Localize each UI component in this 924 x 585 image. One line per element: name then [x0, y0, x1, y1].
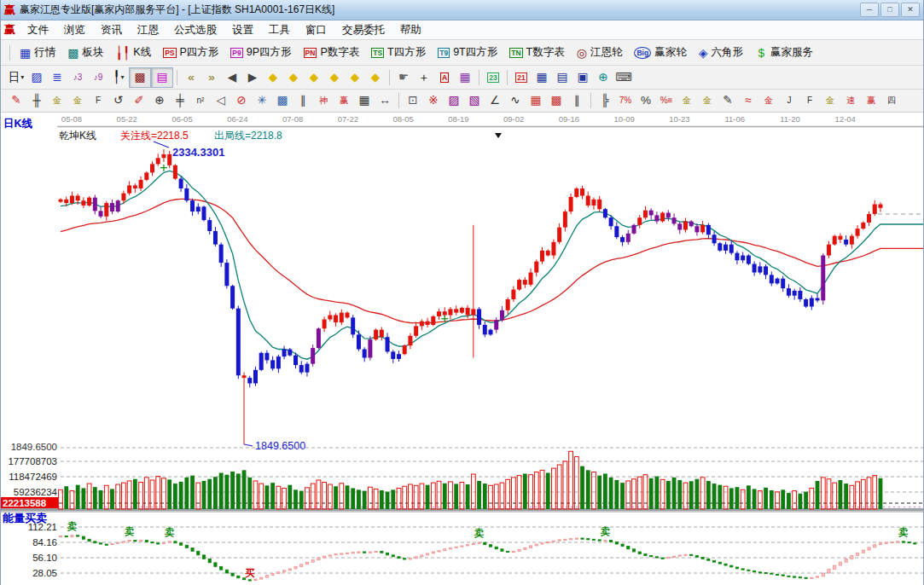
last-page-icon[interactable]: » — [201, 68, 222, 87]
circle-marks-icon[interactable]: ⊕ — [149, 91, 170, 110]
toolbar-button-winner-wheel[interactable]: Big赢家轮 — [628, 43, 692, 63]
chart-canvas[interactable]: 05-0805-2206-0506-2407-0807-2208-0508-19… — [1, 113, 924, 585]
save-icon[interactable]: ▣ — [572, 68, 593, 87]
toolbar-button-sectors[interactable]: ▩板块 — [61, 43, 109, 63]
toolbar-button-quotes[interactable]: ▦行情 — [14, 43, 61, 63]
box-select-icon[interactable]: ⊡ — [403, 91, 423, 110]
ruler-marks-icon[interactable]: ╫ — [26, 91, 47, 110]
k-marks-icon[interactable]: ∥ — [293, 91, 313, 110]
grid-123-icon[interactable]: ▦ — [354, 91, 375, 110]
prev-bar-icon[interactable]: ◀ — [222, 68, 242, 87]
next-bar-icon[interactable]: ▶ — [242, 68, 263, 87]
scale-bars-icon[interactable]: ╠ — [595, 91, 615, 110]
wave-9-icon[interactable]: ♪9 — [88, 68, 108, 87]
si-angle-icon[interactable]: 四 — [881, 91, 902, 110]
toolbar-button-kline[interactable]: ╽╿K线 — [109, 43, 157, 63]
chart-area[interactable]: 05-0805-2206-0506-2407-0807-2208-0508-19… — [1, 113, 924, 585]
wave-tool-icon[interactable]: ≈ — [738, 91, 758, 110]
gold-gate-1-icon[interactable]: 金 — [47, 91, 67, 110]
zigzag-icon[interactable]: ∿ — [505, 91, 526, 110]
toolbar-button-p-square[interactable]: PSP四方形 — [157, 43, 224, 63]
angle-mirror-icon[interactable]: ◁ — [211, 91, 231, 110]
volume-profile-icon[interactable]: ▤ — [151, 67, 173, 88]
gold-red-icon[interactable]: 金 — [758, 91, 779, 110]
percent-icon[interactable]: % — [636, 91, 656, 110]
notepad-icon[interactable]: ▤ — [552, 68, 572, 87]
toolbar-button-9t-square[interactable]: T99T四方形 — [432, 43, 503, 63]
menu-item-4[interactable]: 公式选股 — [166, 21, 224, 39]
pattern-view-icon[interactable]: ▨ — [26, 68, 47, 87]
purple-grid-icon[interactable]: ▦ — [455, 68, 475, 87]
brain-23-icon[interactable]: 23 — [483, 68, 503, 87]
gann-diamond-star1-icon[interactable]: ◆ — [324, 68, 345, 87]
menu-item-3[interactable]: 江恩 — [130, 21, 166, 39]
maximize-button[interactable]: □ — [880, 3, 899, 17]
info-panel-icon[interactable]: ≣ — [47, 68, 67, 87]
grid-red-1-icon[interactable]: ▦ — [526, 91, 546, 110]
menu-item-6[interactable]: 工具 — [261, 21, 298, 39]
ying-tool-icon[interactable]: 赢 — [334, 91, 354, 110]
gold-gate-2-icon[interactable]: 金 — [67, 91, 88, 110]
gann-diamond-star2-icon[interactable]: ◆ — [345, 68, 365, 87]
toolbar-button-t-number-table[interactable]: TNT数字表 — [503, 43, 570, 63]
menu-item-2[interactable]: 资讯 — [93, 21, 130, 39]
toolbar-button-p-number-table[interactable]: PNP数字表 — [298, 43, 366, 63]
gann-diamond-star3-icon[interactable]: ◆ — [365, 68, 386, 87]
close-button[interactable]: ✕ — [901, 3, 920, 17]
menu-item-0[interactable]: 文件 — [20, 21, 56, 39]
titlebar[interactable]: 赢 赢家江恩专业版[赢家内部服务平台] - [上证指数 SH1A0001-167… — [1, 0, 923, 20]
minimize-button[interactable]: ─ — [860, 3, 879, 17]
width-arrows-icon[interactable]: ↔ — [375, 91, 395, 110]
angle-line-icon[interactable]: ∠ — [485, 91, 505, 110]
toolbar-button-winner-service[interactable]: ＄赢家服务 — [749, 43, 819, 63]
n-squared-icon[interactable]: n² — [190, 91, 211, 110]
percent-lines-icon[interactable]: %≡ — [656, 91, 677, 110]
percent-7-icon[interactable]: 7% — [615, 91, 636, 110]
calculator-icon[interactable]: ▦ — [532, 68, 552, 87]
star-web-icon[interactable]: ✳ — [252, 91, 272, 110]
grid-red-2-icon[interactable]: ▩ — [546, 91, 567, 110]
hand-tool-icon[interactable]: ☛ — [393, 68, 414, 87]
parallel-lines-icon[interactable]: ∥ — [567, 91, 587, 110]
gann-diamond-left-icon[interactable]: ◆ — [263, 68, 283, 87]
shen-tool-icon[interactable]: 神 — [313, 91, 334, 110]
menu-item-5[interactable]: 设置 — [224, 21, 261, 39]
print-transfer-icon[interactable]: ⌨ — [613, 68, 634, 87]
menu-item-7[interactable]: 窗口 — [298, 21, 334, 39]
gold-circle-icon[interactable]: 金 — [677, 91, 697, 110]
grid-web-icon[interactable]: ▩ — [272, 91, 293, 110]
pen-ruler-icon[interactable]: ✐ — [129, 91, 149, 110]
hatch-1-icon[interactable]: ▨ — [444, 91, 464, 110]
zoom-area-icon[interactable]: A — [434, 68, 455, 87]
candle-type-dropdown-icon[interactable]: ╿▾ — [108, 68, 129, 87]
menu-item-1[interactable]: 浏览 — [56, 21, 93, 39]
first-page-icon[interactable]: « — [181, 68, 201, 87]
su-angle-icon[interactable]: 速 — [840, 91, 861, 110]
ruler-2-icon[interactable]: ╪ — [170, 91, 190, 110]
toolbar-button-hexagon[interactable]: ◈六角形 — [693, 43, 749, 63]
ying-angle-icon[interactable]: 赢 — [861, 91, 881, 110]
pen-red-icon[interactable]: ✎ — [6, 91, 26, 110]
toolbar-button-gann-wheel[interactable]: ◎江恩轮 — [571, 43, 629, 63]
menu-item-8[interactable]: 交易委托 — [334, 21, 392, 39]
menu-item-9[interactable]: 帮助 — [392, 21, 429, 39]
gold-angle-icon[interactable]: 金 — [820, 91, 840, 110]
hatch-2-icon[interactable]: ▧ — [464, 91, 485, 110]
period-day-dropdown-icon[interactable]: 日▾ — [6, 68, 26, 87]
pen-small-icon[interactable]: ✎ — [718, 91, 738, 110]
calendar-21-icon[interactable]: 21 — [511, 68, 532, 87]
toolbar-button-9p-square[interactable]: P99P四方形 — [224, 43, 297, 63]
f-ruler-icon[interactable]: F — [88, 91, 108, 110]
f-angle-icon[interactable]: F — [799, 91, 820, 110]
web-update-icon[interactable]: ⊕ — [593, 68, 613, 87]
j-angle-icon[interactable]: J — [779, 91, 799, 110]
compass-target-icon[interactable]: ⊘ — [231, 91, 252, 110]
qiankun-kline-icon[interactable]: ▩ — [129, 67, 151, 88]
rays-icon[interactable]: ※ — [423, 91, 444, 110]
wave-3-icon[interactable]: ♪3 — [67, 68, 88, 87]
toolbar-button-t-square[interactable]: TST四方形 — [365, 43, 432, 63]
crosshair-tool-icon[interactable]: ＋ — [414, 68, 434, 87]
gann-diamond-right-icon[interactable]: ◆ — [283, 68, 304, 87]
gold-lines-icon[interactable]: 金 — [697, 91, 718, 110]
gann-diamond-both-icon[interactable]: ◆ — [304, 68, 324, 87]
